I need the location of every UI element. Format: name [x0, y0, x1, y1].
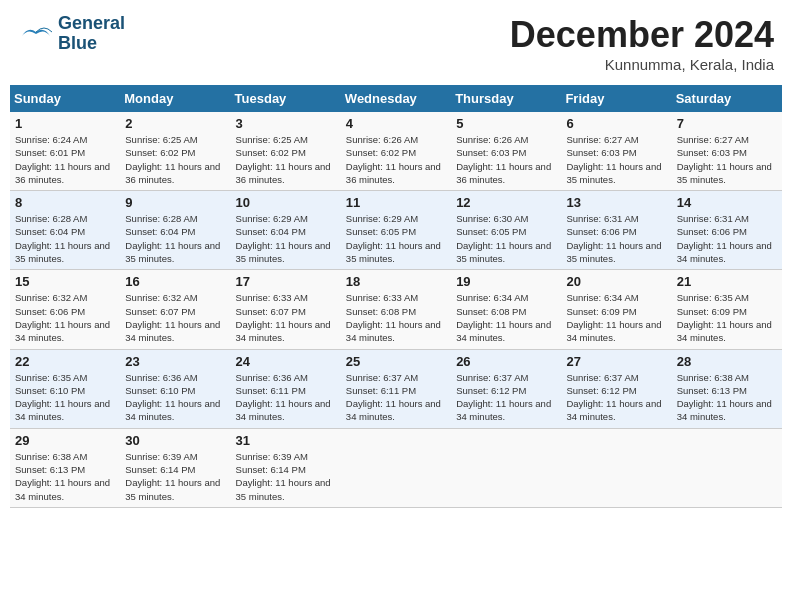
- day-number: 8: [15, 195, 115, 210]
- calendar-cell: 17Sunrise: 6:33 AM Sunset: 6:07 PM Dayli…: [231, 270, 341, 349]
- calendar-cell: 20Sunrise: 6:34 AM Sunset: 6:09 PM Dayli…: [561, 270, 671, 349]
- calendar-cell: 21Sunrise: 6:35 AM Sunset: 6:09 PM Dayli…: [672, 270, 782, 349]
- day-info: Sunrise: 6:33 AM Sunset: 6:07 PM Dayligh…: [236, 291, 336, 344]
- weekday-header-wednesday: Wednesday: [341, 85, 451, 112]
- calendar-cell: 30Sunrise: 6:39 AM Sunset: 6:14 PM Dayli…: [120, 428, 230, 507]
- calendar-cell: [672, 428, 782, 507]
- day-number: 23: [125, 354, 225, 369]
- day-number: 13: [566, 195, 666, 210]
- calendar-cell: [451, 428, 561, 507]
- day-info: Sunrise: 6:30 AM Sunset: 6:05 PM Dayligh…: [456, 212, 556, 265]
- day-number: 12: [456, 195, 556, 210]
- calendar-week-row: 8Sunrise: 6:28 AM Sunset: 6:04 PM Daylig…: [10, 191, 782, 270]
- day-number: 3: [236, 116, 336, 131]
- logo: General Blue: [18, 14, 125, 54]
- calendar-cell: 25Sunrise: 6:37 AM Sunset: 6:11 PM Dayli…: [341, 349, 451, 428]
- calendar-cell: [561, 428, 671, 507]
- day-info: Sunrise: 6:39 AM Sunset: 6:14 PM Dayligh…: [236, 450, 336, 503]
- day-number: 7: [677, 116, 777, 131]
- day-info: Sunrise: 6:34 AM Sunset: 6:08 PM Dayligh…: [456, 291, 556, 344]
- month-title: December 2024: [510, 14, 774, 56]
- day-number: 17: [236, 274, 336, 289]
- day-info: Sunrise: 6:34 AM Sunset: 6:09 PM Dayligh…: [566, 291, 666, 344]
- calendar-cell: 15Sunrise: 6:32 AM Sunset: 6:06 PM Dayli…: [10, 270, 120, 349]
- calendar-table: SundayMondayTuesdayWednesdayThursdayFrid…: [10, 85, 782, 508]
- calendar-cell: 22Sunrise: 6:35 AM Sunset: 6:10 PM Dayli…: [10, 349, 120, 428]
- day-number: 11: [346, 195, 446, 210]
- day-info: Sunrise: 6:36 AM Sunset: 6:11 PM Dayligh…: [236, 371, 336, 424]
- day-info: Sunrise: 6:37 AM Sunset: 6:11 PM Dayligh…: [346, 371, 446, 424]
- calendar-cell: 26Sunrise: 6:37 AM Sunset: 6:12 PM Dayli…: [451, 349, 561, 428]
- day-number: 31: [236, 433, 336, 448]
- day-info: Sunrise: 6:39 AM Sunset: 6:14 PM Dayligh…: [125, 450, 225, 503]
- calendar-cell: 6Sunrise: 6:27 AM Sunset: 6:03 PM Daylig…: [561, 112, 671, 191]
- day-number: 9: [125, 195, 225, 210]
- logo-text: General Blue: [58, 14, 125, 54]
- calendar-cell: 11Sunrise: 6:29 AM Sunset: 6:05 PM Dayli…: [341, 191, 451, 270]
- calendar-week-row: 22Sunrise: 6:35 AM Sunset: 6:10 PM Dayli…: [10, 349, 782, 428]
- day-info: Sunrise: 6:29 AM Sunset: 6:05 PM Dayligh…: [346, 212, 446, 265]
- day-info: Sunrise: 6:32 AM Sunset: 6:07 PM Dayligh…: [125, 291, 225, 344]
- day-number: 27: [566, 354, 666, 369]
- day-number: 29: [15, 433, 115, 448]
- weekday-header-row: SundayMondayTuesdayWednesdayThursdayFrid…: [10, 85, 782, 112]
- day-number: 24: [236, 354, 336, 369]
- day-info: Sunrise: 6:33 AM Sunset: 6:08 PM Dayligh…: [346, 291, 446, 344]
- day-number: 28: [677, 354, 777, 369]
- day-number: 14: [677, 195, 777, 210]
- calendar-cell: 9Sunrise: 6:28 AM Sunset: 6:04 PM Daylig…: [120, 191, 230, 270]
- calendar-cell: 18Sunrise: 6:33 AM Sunset: 6:08 PM Dayli…: [341, 270, 451, 349]
- calendar-cell: 23Sunrise: 6:36 AM Sunset: 6:10 PM Dayli…: [120, 349, 230, 428]
- day-info: Sunrise: 6:37 AM Sunset: 6:12 PM Dayligh…: [456, 371, 556, 424]
- weekday-header-thursday: Thursday: [451, 85, 561, 112]
- calendar-cell: 29Sunrise: 6:38 AM Sunset: 6:13 PM Dayli…: [10, 428, 120, 507]
- calendar-cell: 12Sunrise: 6:30 AM Sunset: 6:05 PM Dayli…: [451, 191, 561, 270]
- location: Kunnumma, Kerala, India: [510, 56, 774, 73]
- day-info: Sunrise: 6:35 AM Sunset: 6:09 PM Dayligh…: [677, 291, 777, 344]
- day-info: Sunrise: 6:38 AM Sunset: 6:13 PM Dayligh…: [15, 450, 115, 503]
- weekday-header-saturday: Saturday: [672, 85, 782, 112]
- day-info: Sunrise: 6:28 AM Sunset: 6:04 PM Dayligh…: [15, 212, 115, 265]
- calendar-week-row: 1Sunrise: 6:24 AM Sunset: 6:01 PM Daylig…: [10, 112, 782, 191]
- day-number: 25: [346, 354, 446, 369]
- day-number: 22: [15, 354, 115, 369]
- day-info: Sunrise: 6:25 AM Sunset: 6:02 PM Dayligh…: [236, 133, 336, 186]
- calendar-cell: 8Sunrise: 6:28 AM Sunset: 6:04 PM Daylig…: [10, 191, 120, 270]
- day-info: Sunrise: 6:31 AM Sunset: 6:06 PM Dayligh…: [566, 212, 666, 265]
- day-number: 4: [346, 116, 446, 131]
- calendar-cell: 28Sunrise: 6:38 AM Sunset: 6:13 PM Dayli…: [672, 349, 782, 428]
- day-number: 20: [566, 274, 666, 289]
- day-info: Sunrise: 6:28 AM Sunset: 6:04 PM Dayligh…: [125, 212, 225, 265]
- day-number: 16: [125, 274, 225, 289]
- weekday-header-monday: Monday: [120, 85, 230, 112]
- day-number: 2: [125, 116, 225, 131]
- day-number: 26: [456, 354, 556, 369]
- calendar-cell: 24Sunrise: 6:36 AM Sunset: 6:11 PM Dayli…: [231, 349, 341, 428]
- day-number: 10: [236, 195, 336, 210]
- calendar-cell: 14Sunrise: 6:31 AM Sunset: 6:06 PM Dayli…: [672, 191, 782, 270]
- weekday-header-friday: Friday: [561, 85, 671, 112]
- day-number: 30: [125, 433, 225, 448]
- day-number: 5: [456, 116, 556, 131]
- calendar-week-row: 29Sunrise: 6:38 AM Sunset: 6:13 PM Dayli…: [10, 428, 782, 507]
- day-info: Sunrise: 6:27 AM Sunset: 6:03 PM Dayligh…: [566, 133, 666, 186]
- calendar-cell: 1Sunrise: 6:24 AM Sunset: 6:01 PM Daylig…: [10, 112, 120, 191]
- day-info: Sunrise: 6:29 AM Sunset: 6:04 PM Dayligh…: [236, 212, 336, 265]
- calendar-cell: 16Sunrise: 6:32 AM Sunset: 6:07 PM Dayli…: [120, 270, 230, 349]
- day-info: Sunrise: 6:38 AM Sunset: 6:13 PM Dayligh…: [677, 371, 777, 424]
- day-number: 1: [15, 116, 115, 131]
- title-block: December 2024 Kunnumma, Kerala, India: [510, 14, 774, 73]
- day-info: Sunrise: 6:26 AM Sunset: 6:02 PM Dayligh…: [346, 133, 446, 186]
- calendar-cell: 5Sunrise: 6:26 AM Sunset: 6:03 PM Daylig…: [451, 112, 561, 191]
- day-info: Sunrise: 6:36 AM Sunset: 6:10 PM Dayligh…: [125, 371, 225, 424]
- calendar-cell: 19Sunrise: 6:34 AM Sunset: 6:08 PM Dayli…: [451, 270, 561, 349]
- day-number: 19: [456, 274, 556, 289]
- calendar-cell: 10Sunrise: 6:29 AM Sunset: 6:04 PM Dayli…: [231, 191, 341, 270]
- calendar-cell: [341, 428, 451, 507]
- day-number: 6: [566, 116, 666, 131]
- weekday-header-tuesday: Tuesday: [231, 85, 341, 112]
- calendar-cell: 7Sunrise: 6:27 AM Sunset: 6:03 PM Daylig…: [672, 112, 782, 191]
- day-info: Sunrise: 6:37 AM Sunset: 6:12 PM Dayligh…: [566, 371, 666, 424]
- day-info: Sunrise: 6:31 AM Sunset: 6:06 PM Dayligh…: [677, 212, 777, 265]
- calendar-cell: 3Sunrise: 6:25 AM Sunset: 6:02 PM Daylig…: [231, 112, 341, 191]
